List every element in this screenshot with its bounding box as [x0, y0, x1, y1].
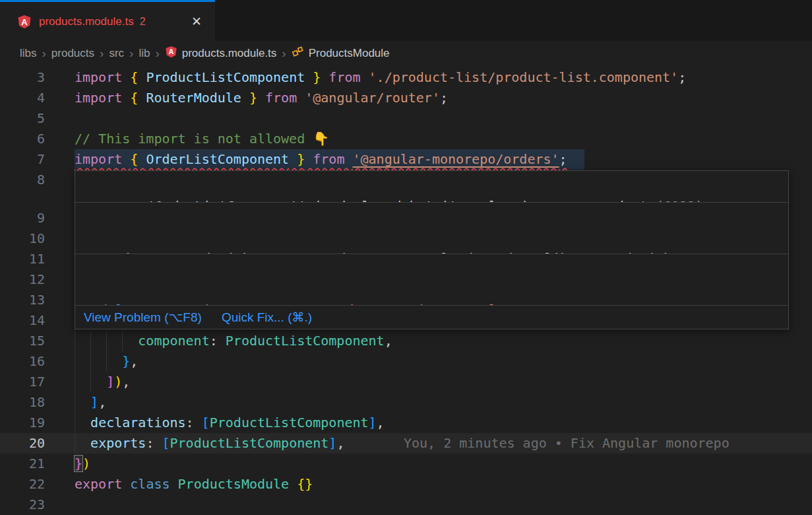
line-number[interactable]: 19 — [0, 413, 45, 433]
code-line-6[interactable]: 6// This import is not allowed 👇 — [0, 129, 812, 149]
code-line-20[interactable]: 20 exports: [ProductListComponent],You, … — [0, 433, 812, 454]
code-token: import — [75, 151, 130, 167]
code-token: './product-list/product-list.component' — [369, 69, 679, 85]
line-number[interactable]: 3 — [0, 67, 45, 88]
angular-icon: A — [165, 46, 177, 61]
quick-fix-button[interactable]: Quick Fix... (⌘.) — [222, 307, 312, 327]
code-token: from — [305, 151, 352, 167]
breadcrumb-separator-icon: › — [94, 46, 109, 61]
code-token: , — [336, 435, 344, 451]
code-text[interactable]: component: ProductListComponent, — [75, 331, 392, 351]
line-number[interactable]: 15 — [0, 331, 45, 351]
code-text[interactable]: ], — [75, 392, 106, 413]
code-line-23[interactable]: 23 — [0, 495, 812, 515]
code-line-5[interactable]: 5 — [0, 108, 812, 129]
code-token: , — [98, 394, 106, 410]
line-number[interactable]: 16 — [0, 351, 45, 372]
code-token: } — [75, 456, 82, 471]
code-line-19[interactable]: 19 declarations: [ProductListComponent], — [0, 413, 812, 433]
code-text[interactable]: }) — [75, 454, 90, 474]
code-token — [75, 394, 90, 410]
breadcrumb-item-products[interactable]: products — [51, 47, 94, 60]
code-line-22[interactable]: 22export class ProductsModule {} — [0, 474, 812, 495]
code-line-4[interactable]: 4import { RouterModule } from '@angular/… — [0, 88, 812, 108]
diagnostic-eslint: A project tagged with "scope:products" c… — [75, 202, 788, 254]
code-line-7[interactable]: 7import { OrderListComponent } from '@an… — [0, 149, 812, 170]
vscode-editor-window: A products.module.ts 2 ✕ libs›products›s… — [0, 0, 812, 515]
line-number[interactable]: 23 — [0, 495, 45, 515]
code-token: : — [186, 415, 202, 430]
code-token: : — [146, 435, 162, 451]
line-number[interactable]: 21 — [0, 454, 45, 474]
code-token: , — [130, 353, 138, 369]
diagnostic-ts-source: ts(6133) — [640, 198, 703, 202]
line-number[interactable]: 13 — [0, 290, 45, 310]
breadcrumb-item-symbol[interactable]: ProductsModule — [292, 46, 390, 61]
module-keyword: module — [84, 302, 131, 305]
module-path-line1: module"/Users/isaac/Documents/code/nx-re… — [84, 300, 780, 305]
breadcrumb-separator-icon: › — [150, 46, 164, 61]
code-line-3[interactable]: 3import { ProductListComponent } from '.… — [0, 67, 812, 88]
code-line-17[interactable]: 17 ]), — [0, 372, 812, 392]
code-token: ] — [328, 435, 336, 451]
code-token: from — [321, 69, 368, 85]
code-token: ) — [82, 456, 90, 471]
code-text[interactable]: import { ProductListComponent } from './… — [75, 67, 686, 88]
code-text[interactable]: import { OrderListComponent } from '@ang… — [75, 149, 584, 170]
line-number[interactable]: 17 — [0, 372, 45, 392]
breadcrumb-item-libs[interactable]: libs — [20, 47, 37, 60]
code-token: ) — [114, 374, 122, 390]
code-token: declarations — [90, 415, 186, 430]
breadcrumb-item-lib[interactable]: lib — [139, 47, 150, 60]
code-token: ProductListComponent — [146, 69, 305, 85]
code-token: , — [377, 415, 385, 430]
line-number[interactable]: 8 — [0, 170, 45, 190]
tab-products-module[interactable]: A products.module.ts 2 ✕ — [0, 0, 215, 41]
hover-actions: View Problem (⌥F8) Quick Fix... (⌘.) — [75, 305, 788, 329]
module-path-part1: "/Users/isaac/Documents/code/nx-recipes/… — [139, 302, 520, 305]
view-problem-button[interactable]: View Problem (⌥F8) — [84, 307, 202, 327]
code-text[interactable]: ]), — [75, 372, 130, 392]
code-token: ProductsModule — [178, 476, 297, 492]
code-text[interactable]: // This import is not allowed 👇 — [75, 129, 329, 149]
line-number[interactable]: 6 — [0, 129, 45, 149]
code-text[interactable]: exports: [ProductListComponent], — [75, 433, 344, 454]
code-text[interactable]: export class ProductsModule {} — [75, 474, 313, 495]
line-number[interactable]: 12 — [0, 269, 45, 290]
line-number[interactable]: 20 — [0, 433, 45, 454]
breadcrumb: libs›products›src›lib›Aproducts.module.t… — [0, 41, 812, 66]
code-line-16[interactable]: 16 }, — [0, 351, 812, 372]
svg-text:A: A — [21, 17, 27, 26]
code-token: ProductListComponent — [210, 415, 369, 430]
code-line-18[interactable]: 18 ], — [0, 392, 812, 413]
code-token — [75, 353, 122, 369]
code-token: [ — [162, 435, 170, 451]
code-text[interactable]: }, — [75, 351, 138, 372]
breadcrumb-item-src[interactable]: src — [109, 47, 124, 60]
code-token: '@angular/router' — [305, 90, 440, 106]
line-number[interactable]: 5 — [0, 108, 45, 129]
code-line-15[interactable]: 15 component: ProductListComponent, — [0, 331, 812, 351]
line-number[interactable]: 14 — [0, 310, 45, 331]
code-token: class — [130, 476, 177, 492]
line-number[interactable]: 4 — [0, 88, 45, 108]
breadcrumb-item-file[interactable]: Aproducts.module.ts — [165, 46, 277, 61]
line-number[interactable]: 11 — [0, 249, 45, 269]
code-text[interactable]: import { RouterModule } from '@angular/r… — [75, 88, 448, 108]
git-blame-annotation: You, 2 minutes ago • Fix Angular monorep… — [404, 433, 730, 454]
code-text[interactable]: declarations: [ProductListComponent], — [75, 413, 385, 433]
class-symbol-icon — [292, 46, 304, 61]
code-token: OrderListComponent — [146, 151, 289, 167]
code-line-21[interactable]: 21}) — [0, 454, 812, 474]
line-number[interactable]: 18 — [0, 392, 45, 413]
line-number[interactable]: 7 — [0, 149, 45, 170]
tab-label: products.module.ts — [39, 15, 134, 28]
pointing-down-emoji: 👇 — [313, 131, 329, 147]
line-number[interactable]: 10 — [0, 228, 45, 249]
diagnostic-ts: 'OrderListComponent' is declared but its… — [75, 171, 788, 202]
line-number[interactable]: 22 — [0, 474, 45, 495]
tab-close-icon[interactable]: ✕ — [191, 14, 202, 29]
code-editor[interactable]: 3import { ProductListComponent } from '.… — [0, 66, 812, 515]
code-token: , — [122, 374, 130, 390]
line-number[interactable]: 9 — [0, 208, 45, 228]
